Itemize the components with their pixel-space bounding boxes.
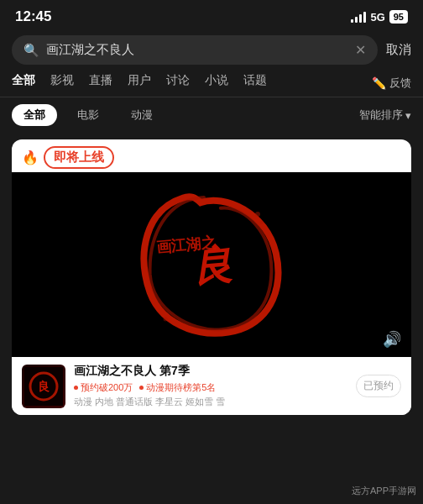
volume-icon[interactable]: 🔊: [383, 330, 401, 349]
feedback-icon: ✏️: [372, 76, 386, 90]
coming-soon-card: 🔥 即将上线 良 画江湖之: [12, 139, 411, 415]
search-query: 画江湖之不良人: [46, 42, 348, 58]
thumbnail-mini: 良: [22, 365, 65, 408]
svg-text:良: 良: [38, 380, 50, 393]
show-meta: 预约破200万 动漫期待榜第5名: [74, 381, 347, 394]
feedback-button[interactable]: ✏️ 反馈: [372, 76, 411, 91]
svg-point-4: [164, 318, 168, 322]
rank-dot: [139, 386, 144, 390]
tab-film[interactable]: 影视: [50, 73, 74, 93]
filter-anime[interactable]: 动漫: [119, 104, 164, 126]
title-logo-svg: 良 画江湖之: [128, 181, 295, 349]
reserved-button[interactable]: 已预约: [356, 375, 401, 397]
status-icons: 5G 95: [351, 10, 408, 24]
filter-row: 全部 电影 动漫 智能排序 ▾: [0, 97, 423, 133]
reserve-count-text: 预约破200万: [81, 381, 133, 394]
search-bar[interactable]: 🔍 画江湖之不良人 ✕: [12, 35, 378, 65]
coming-soon-badge: 即将上线: [44, 146, 114, 169]
feedback-label: 反馈: [389, 76, 411, 91]
cancel-button[interactable]: 取消: [386, 42, 411, 58]
flame-icon: 🔥: [22, 150, 39, 165]
reserve-dot: [74, 386, 78, 390]
sort-label: 智能排序: [359, 108, 403, 123]
search-bar-container: 🔍 画江湖之不良人 ✕ 取消: [0, 30, 423, 70]
video-logo: 良 画江湖之: [12, 172, 411, 357]
svg-point-3: [260, 221, 264, 224]
sort-chevron-icon: ▾: [405, 109, 411, 122]
status-bar: 12:45 5G 95: [0, 0, 423, 30]
search-clear-button[interactable]: ✕: [355, 42, 366, 58]
coming-soon-header: 🔥 即将上线: [12, 139, 411, 172]
reserve-count: 预约破200万: [74, 381, 133, 394]
filter-all[interactable]: 全部: [12, 104, 57, 126]
network-label: 5G: [370, 11, 384, 24]
thumb-mini-inner: 良: [22, 365, 65, 408]
search-icon: 🔍: [24, 43, 39, 58]
video-thumbnail[interactable]: 良 画江湖之 🔊: [12, 172, 411, 357]
sort-button[interactable]: 智能排序 ▾: [359, 108, 411, 123]
filter-movie[interactable]: 电影: [65, 104, 111, 126]
tab-topic[interactable]: 话题: [243, 73, 267, 93]
category-tabs: 全部 影视 直播 用户 讨论 小说 话题 ✏️ 反馈: [0, 70, 423, 97]
info-row: 良 画江湖之不良人 第7季 预约破200万 动漫期待榜第5名 动漫 内地: [12, 357, 411, 415]
battery-indicator: 95: [389, 10, 408, 24]
tab-user[interactable]: 用户: [128, 73, 151, 93]
watermark: 远方APP手游网: [352, 485, 416, 497]
status-time: 12:45: [15, 8, 51, 25]
signal-icon: [351, 11, 366, 23]
show-subtitle: 动漫 内地 普通话版 李星云 姬如雪 雪: [74, 396, 347, 408]
tab-all[interactable]: 全部: [12, 73, 35, 93]
svg-point-2: [255, 212, 260, 217]
tab-live[interactable]: 直播: [89, 73, 112, 93]
mini-logo-svg: 良: [24, 367, 63, 406]
tab-novel[interactable]: 小说: [205, 73, 228, 93]
rank-item: 动漫期待榜第5名: [139, 381, 216, 394]
info-text: 画江湖之不良人 第7季 预约破200万 动漫期待榜第5名 动漫 内地 普通话版 …: [74, 364, 347, 408]
content-area: 🔥 即将上线 良 画江湖之: [0, 133, 423, 422]
tab-discuss[interactable]: 讨论: [166, 73, 190, 93]
show-title: 画江湖之不良人 第7季: [74, 364, 347, 379]
rank-text: 动漫期待榜第5名: [146, 381, 216, 394]
